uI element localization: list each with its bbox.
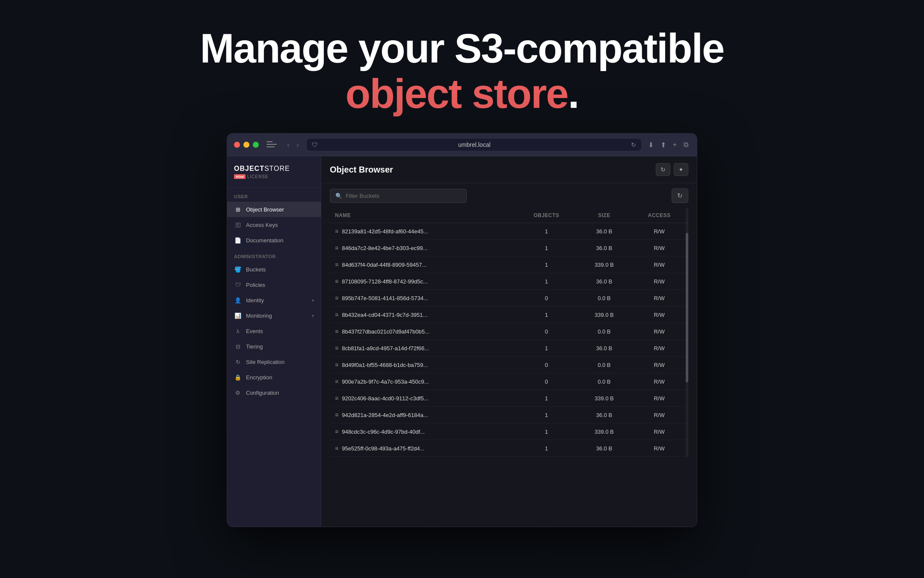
table-row[interactable]: ≡ 948cdc3c-c96c-4d9c-97bd-40df... 1 339.… [330, 423, 688, 440]
col-objects[interactable]: Objects [515, 208, 578, 223]
main-header: Object Browser ↻ ✦ [321, 156, 697, 183]
back-button[interactable]: ‹ [284, 140, 292, 150]
bucket-name-text: 948cdc3c-c96c-4d9c-97bd-40df... [342, 429, 425, 435]
share-button[interactable]: ⬆ [659, 139, 668, 151]
shield-policy-icon: 🛡 [234, 281, 242, 289]
cell-objects: 0 [515, 290, 578, 307]
browser-window: ‹ › 🛡 umbrel.local ↻ ⬇ ⬆ + ⧉ OBJECT STOR… [227, 133, 697, 527]
cell-access: R/W [630, 307, 688, 323]
refresh-button[interactable]: ↻ [631, 141, 636, 148]
sidebar-item-monitoring[interactable]: 📊 Monitoring ▾ [227, 308, 321, 323]
refresh-icon-button[interactable]: ↻ [656, 163, 670, 176]
sidebar-item-policies[interactable]: 🛡 Policies [227, 277, 321, 292]
col-name[interactable]: Name [330, 208, 515, 223]
logo-area: OBJECT STORE AGaI LICENSE [227, 156, 321, 188]
table-row[interactable]: ≡ 84d637f4-0daf-44f8-8909-59457... 1 339… [330, 256, 688, 273]
table-row[interactable]: ≡ 942d821a-2854-4e2d-aff9-6184a... 1 36.… [330, 407, 688, 423]
sidebar-item-events[interactable]: λ Events [227, 323, 321, 339]
cell-size: 0.0 B [578, 290, 630, 307]
forward-button[interactable]: › [294, 140, 302, 150]
col-size[interactable]: Size [578, 208, 630, 223]
cell-objects: 1 [515, 440, 578, 457]
browser-actions: ⬇ ⬆ + ⧉ [646, 139, 690, 151]
table-row[interactable]: ≡ 82139a81-42d5-48fd-af60-44e45... 1 36.… [330, 223, 688, 240]
cell-objects: 0 [515, 323, 578, 340]
sidebar-item-access-keys[interactable]: ⚿ Access Keys [227, 217, 321, 232]
bucket-name-text: 900e7a2b-9f7c-4a7c-953a-450c9... [342, 378, 429, 385]
table-row[interactable]: ≡ 895b747e-5081-4141-856d-5734... 0 0.0 … [330, 290, 688, 307]
cell-access: R/W [630, 240, 688, 256]
cell-size: 339.0 B [578, 390, 630, 407]
cell-size: 36.0 B [578, 440, 630, 457]
sidebar-item-identity[interactable]: 👤 Identity ▾ [227, 292, 321, 308]
table-row[interactable]: ≡ 9202c406-8aac-4cd0-9112-c3df5... 1 339… [330, 390, 688, 407]
cell-access: R/W [630, 440, 688, 457]
bucket-name-text: 8cb81fa1-a9cd-4957-a14d-f72f66... [342, 345, 429, 352]
cell-name: ≡ 8d49f0a1-bf55-4688-b1dc-ba759... [330, 357, 515, 373]
header-actions: ↻ ✦ [656, 163, 688, 176]
maximize-button[interactable] [253, 142, 259, 148]
cell-objects: 1 [515, 273, 578, 290]
refresh-table-button[interactable]: ↻ [672, 188, 688, 203]
cell-objects: 0 [515, 373, 578, 390]
sidebar-item-documentation[interactable]: 📄 Documentation [227, 232, 321, 248]
sidebar-item-configuration[interactable]: ⚙ Configuration [227, 385, 321, 400]
cell-access: R/W [630, 407, 688, 423]
minimize-button[interactable] [243, 142, 249, 148]
search-input[interactable] [346, 193, 461, 199]
bucket-name-text: 82139a81-42d5-48fd-af60-44e45... [342, 228, 428, 235]
cell-access: R/W [630, 357, 688, 373]
cell-size: 0.0 B [578, 357, 630, 373]
cell-objects: 1 [515, 390, 578, 407]
settings-icon-button[interactable]: ✦ [674, 163, 688, 176]
cell-size: 36.0 B [578, 340, 630, 357]
sidebar-item-label: Tiering [246, 343, 263, 350]
close-button[interactable] [234, 142, 240, 148]
bucket-name-text: 95e525ff-0c98-493a-a475-ff2d4... [342, 445, 424, 452]
address-bar[interactable]: 🛡 umbrel.local ↻ [307, 139, 641, 151]
sidebar-item-label: Documentation [246, 237, 283, 244]
download-button[interactable]: ⬇ [646, 139, 655, 151]
cell-name: ≡ 948cdc3c-c96c-4d9c-97bd-40df... [330, 423, 515, 440]
key-icon: ⚿ [234, 221, 242, 229]
sidebar-item-tiering[interactable]: ⊟ Tiering [227, 339, 321, 354]
cell-name: ≡ 82139a81-42d5-48fd-af60-44e45... [330, 223, 515, 240]
cell-size: 0.0 B [578, 373, 630, 390]
sidebar-item-label: Configuration [246, 390, 279, 396]
sidebar-item-object-browser[interactable]: ⊞ Object Browser [227, 202, 321, 217]
sidebar-item-site-replication[interactable]: ↻ Site Replication [227, 354, 321, 369]
cell-access: R/W [630, 273, 688, 290]
sidebar-item-label: Object Browser [246, 206, 284, 213]
url-text: umbrel.local [321, 141, 628, 148]
cell-objects: 1 [515, 423, 578, 440]
cell-size: 36.0 B [578, 223, 630, 240]
person-icon: 👤 [234, 296, 242, 304]
sidebar-item-buckets[interactable]: 🪣 Buckets [227, 262, 321, 277]
bucket-name-text: 895b747e-5081-4141-856d-5734... [342, 295, 428, 301]
table-row[interactable]: ≡ 8d49f0a1-bf55-4688-b1dc-ba759... 0 0.0… [330, 357, 688, 373]
table-row[interactable]: ≡ 8cb81fa1-a9cd-4957-a14d-f72f66... 1 36… [330, 340, 688, 357]
shield-icon: 🛡 [312, 141, 318, 148]
tab-overview-button[interactable]: ⧉ [682, 139, 690, 150]
cell-objects: 0 [515, 357, 578, 373]
table-row[interactable]: ≡ 8b437f27dbac021c07d9af47b0b5... 0 0.0 … [330, 323, 688, 340]
col-access[interactable]: Access [630, 208, 688, 223]
table-row[interactable]: ≡ 900e7a2b-9f7c-4a7c-953a-450c9... 0 0.0… [330, 373, 688, 390]
buckets-table: Name Objects Size Access ≡ 82139a81-42d5… [330, 208, 688, 457]
sidebar-item-encryption[interactable]: 🔒 Encryption [227, 369, 321, 385]
sidebar-toggle-button[interactable] [264, 139, 279, 151]
cell-objects: 1 [515, 407, 578, 423]
table-row[interactable]: ≡ 8b432ea4-cd04-4371-9c7d-3951... 1 339.… [330, 307, 688, 323]
new-tab-button[interactable]: + [671, 139, 678, 150]
cell-size: 36.0 B [578, 407, 630, 423]
table-row[interactable]: ≡ 87108095-7128-4ff8-8742-99d5c... 1 36.… [330, 273, 688, 290]
hero-section: Manage your S3-compatible object store. [0, 0, 924, 133]
cell-access: R/W [630, 373, 688, 390]
table-row[interactable]: ≡ 846da7c2-8e42-4be7-b303-ec99... 1 36.0… [330, 240, 688, 256]
bucket-name-text: 8d49f0a1-bf55-4688-b1dc-ba759... [342, 362, 428, 368]
sidebar: OBJECT STORE AGaI LICENSE User ⊞ Object … [227, 156, 321, 527]
bucket-name-text: 846da7c2-8e42-4be7-b303-ec99... [342, 245, 427, 251]
sidebar-item-label: Identity [246, 297, 264, 304]
scrollbar-thumb[interactable] [686, 233, 688, 382]
table-row[interactable]: ≡ 95e525ff-0c98-493a-a475-ff2d4... 1 36.… [330, 440, 688, 457]
